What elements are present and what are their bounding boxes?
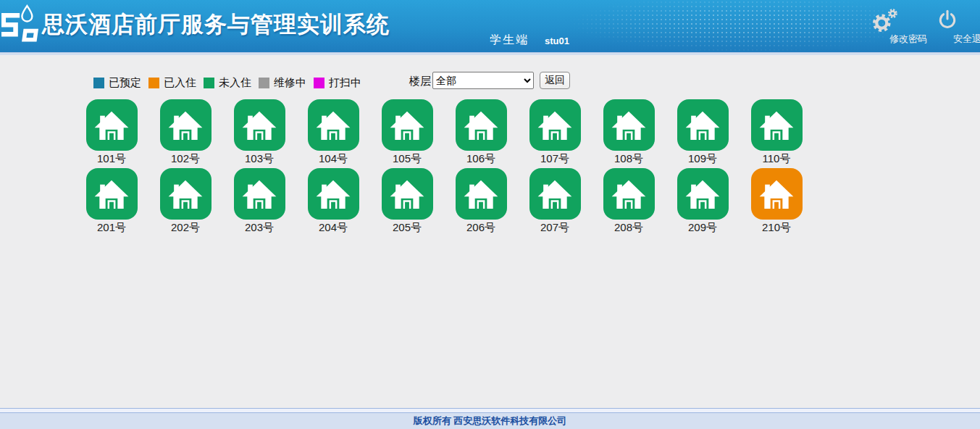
status-color-swatch — [204, 78, 214, 88]
room-number-label: 103号 — [245, 152, 274, 166]
app-title: 思沃酒店前厅服务与管理实训系统 — [42, 9, 390, 40]
room-number-label: 208号 — [614, 221, 643, 235]
house-icon[interactable] — [234, 168, 285, 220]
room-tile[interactable]: 102号 — [148, 99, 222, 168]
house-icon[interactable] — [456, 168, 507, 220]
house-icon[interactable] — [677, 99, 729, 151]
username: stu01 — [545, 36, 569, 46]
room-tile[interactable]: 205号 — [370, 168, 444, 237]
legend-item-label: 打扫中 — [329, 76, 361, 90]
gear-icon — [871, 9, 899, 33]
room-number-label: 210号 — [762, 221, 791, 235]
status-color-swatch — [314, 78, 324, 88]
house-icon[interactable] — [308, 99, 359, 151]
room-tile[interactable]: 101号 — [75, 99, 148, 168]
status-color-swatch — [148, 78, 159, 88]
room-number-label: 205号 — [393, 221, 422, 235]
room-tile[interactable]: 210号 — [740, 168, 813, 237]
room-tile[interactable]: 206号 — [444, 168, 518, 237]
legend-item: 已入住 — [148, 76, 196, 90]
house-icon[interactable] — [234, 99, 285, 151]
footer-bar: 版权所有 西安思沃软件科技有限公司 — [0, 413, 980, 429]
room-tile[interactable]: 103号 — [222, 99, 296, 168]
legend-item: 维修中 — [259, 76, 306, 90]
status-color-swatch — [259, 78, 269, 88]
room-number-label: 110号 — [763, 152, 791, 166]
house-icon[interactable] — [751, 99, 803, 151]
room-tile[interactable]: 105号 — [370, 99, 444, 168]
floor-select[interactable]: 全部 — [432, 72, 534, 89]
room-tile[interactable]: 106号 — [444, 99, 518, 168]
room-number-label: 201号 — [97, 221, 126, 235]
room-number-label: 109号 — [688, 152, 717, 166]
app-window: 思沃酒店前厅服务与管理实训系统 学生端 stu01 修改密码 安全退出 已预定 — [0, 0, 980, 429]
room-tile[interactable]: 207号 — [518, 168, 592, 237]
room-tile[interactable]: 104号 — [296, 99, 370, 168]
change-password-label: 修改密码 — [889, 33, 927, 46]
house-icon[interactable] — [529, 168, 581, 220]
legend-item-label: 已入住 — [164, 76, 196, 90]
legend-item-label: 维修中 — [274, 76, 306, 90]
back-button[interactable]: 返回 — [540, 72, 570, 89]
house-icon[interactable] — [86, 168, 138, 220]
legend-item: 打扫中 — [314, 76, 361, 90]
house-icon[interactable] — [86, 99, 138, 151]
house-icon[interactable] — [677, 168, 729, 220]
legend-item-label: 已预定 — [109, 76, 141, 90]
change-password-button[interactable]: 修改密码 — [867, 6, 936, 48]
room-number-label: 202号 — [171, 221, 200, 235]
room-number-label: 209号 — [688, 221, 717, 235]
floor-label: 楼层 — [409, 75, 431, 88]
house-icon[interactable] — [603, 168, 655, 220]
legend-item: 未入住 — [204, 76, 251, 90]
room-number-label: 108号 — [614, 152, 643, 166]
room-number-label: 204号 — [319, 221, 348, 235]
room-number-label: 203号 — [245, 221, 274, 235]
room-grid: 101号 102号 103号 — [75, 99, 821, 237]
room-tile[interactable]: 109号 — [666, 99, 740, 168]
legend: 已预定 已入住 未入住 维修中 打扫中 — [93, 76, 361, 90]
room-tile[interactable]: 107号 — [518, 99, 592, 168]
house-icon[interactable] — [382, 168, 433, 220]
room-tile[interactable]: 110号 — [740, 99, 813, 168]
room-number-label: 104号 — [319, 152, 348, 166]
logout-label: 安全退出 — [953, 33, 980, 46]
room-number-label: 207号 — [540, 221, 569, 235]
house-icon[interactable] — [456, 99, 507, 151]
room-number-label: 102号 — [171, 152, 200, 166]
role-label: 学生端 — [490, 33, 529, 48]
legend-item: 已预定 — [93, 76, 141, 90]
header-separator — [0, 52, 980, 55]
room-tile[interactable]: 203号 — [222, 168, 296, 237]
legend-item-label: 未入住 — [219, 76, 251, 90]
footer: 版权所有 西安思沃软件科技有限公司 — [0, 408, 980, 429]
room-tile[interactable]: 208号 — [592, 168, 666, 237]
house-icon[interactable] — [382, 99, 433, 151]
room-tile[interactable]: 202号 — [148, 168, 222, 237]
room-number-label: 107号 — [540, 152, 569, 166]
house-icon[interactable] — [603, 99, 655, 151]
room-tile[interactable]: 204号 — [296, 168, 370, 237]
header: 思沃酒店前厅服务与管理实训系统 学生端 stu01 修改密码 安全退出 — [0, 0, 980, 52]
room-number-label: 101号 — [97, 152, 126, 166]
room-number-label: 206号 — [466, 221, 495, 235]
house-icon[interactable] — [529, 99, 581, 151]
siwo-logo-icon — [1, 4, 41, 50]
house-icon[interactable] — [160, 99, 212, 151]
logout-button[interactable]: 安全退出 — [934, 6, 980, 48]
room-tile[interactable]: 108号 — [592, 99, 666, 168]
power-icon — [938, 9, 957, 30]
room-tile[interactable]: 201号 — [75, 168, 148, 237]
copyright-text: 版权所有 西安思沃软件科技有限公司 — [414, 415, 567, 428]
house-icon[interactable] — [160, 168, 212, 220]
status-color-swatch — [93, 78, 104, 88]
world-map-pattern — [572, 0, 884, 52]
room-number-label: 105号 — [393, 152, 422, 166]
room-number-label: 106号 — [466, 152, 495, 166]
house-icon[interactable] — [751, 168, 803, 220]
house-icon[interactable] — [308, 168, 359, 220]
room-tile[interactable]: 209号 — [666, 168, 740, 237]
